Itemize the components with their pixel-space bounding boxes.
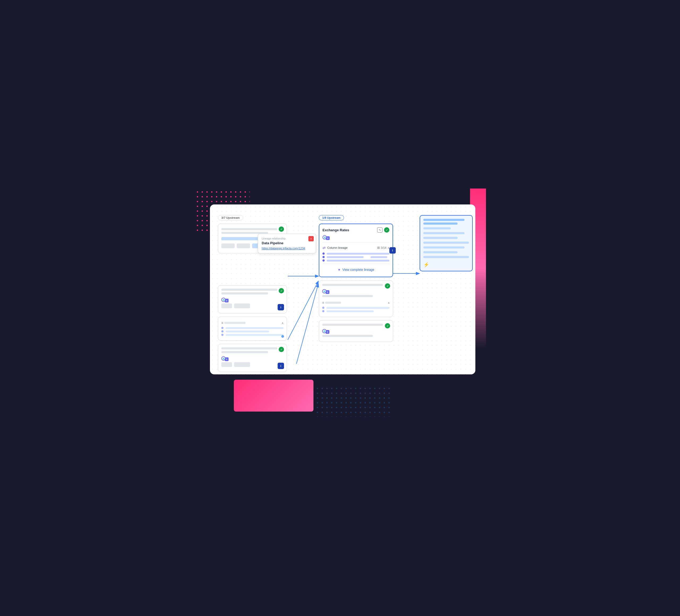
node-card-4: ✓ 🌐 S: [218, 344, 287, 372]
node-card-c2-3: ✓ 🌐 S: [319, 320, 393, 342]
column-2: 1/8 Upstream Exchange Rates ✎ ✓: [319, 215, 393, 345]
check-icon-c2-3: ✓: [385, 323, 390, 329]
col-lineage-icon: ⇄: [322, 246, 326, 250]
svg-rect-3: [317, 388, 391, 417]
globe-s-icon-c2-2: 🌐 S: [322, 289, 330, 294]
card-title: Exchange Rates: [322, 228, 349, 232]
subheader-c2-2: ≡ ∧: [322, 300, 390, 306]
col-lineage-label: ⇄ Column lineage: [322, 246, 347, 250]
col1-upstream-badge: 3/7 Upstream: [218, 215, 243, 220]
dot-grid-bottom-center: [317, 388, 391, 417]
main-card: 3/7 Upstream ✓: [210, 204, 475, 374]
col-lineage-count: ⊞ 3/14 ∧: [377, 246, 389, 250]
edit-icon[interactable]: ✎: [377, 227, 382, 232]
conn-dot-3: [281, 335, 284, 338]
exchange-rates-card: Exchange Rates ✎ ✓ 🌐 S: [319, 224, 393, 277]
info-btn-2[interactable]: i: [278, 304, 284, 310]
info-btn-4[interactable]: i: [278, 363, 284, 369]
node-card-2: ✓ 🌐 S: [218, 285, 287, 313]
expand-col-lineage-btn[interactable]: ∧: [388, 246, 389, 249]
tooltip-close-button[interactable]: ×: [308, 236, 314, 241]
globe-s-icon-er: 🌐 S: [322, 235, 330, 240]
grid-icon: ⊞: [377, 246, 380, 250]
col1-badge-text: 3/7 Upstream: [221, 216, 240, 219]
tooltip-label: Lineage relationship: [262, 237, 312, 240]
col2-upstream-badge: 1/8 Upstream: [319, 215, 344, 220]
check-icon-1: ✓: [279, 226, 284, 232]
info-btn-er[interactable]: i: [389, 247, 396, 254]
check-icon-4: ✓: [279, 347, 284, 352]
lineage-tooltip: × Lineage relationship Data Pipeline htt…: [258, 234, 316, 253]
node-card-c3-1: ⚡: [420, 215, 473, 271]
card-divider: [322, 242, 389, 243]
expand-btn-c2-2[interactable]: ∧: [388, 301, 390, 304]
view-complete-lineage-link[interactable]: ✦ View complete lineage: [322, 266, 389, 274]
tooltip-title: Data Pipeline: [262, 241, 312, 245]
svg-line-5: [288, 281, 318, 340]
tooltip-link[interactable]: https://dataprep.trifacta.com/1234: [262, 247, 312, 250]
check-icon-er: ✓: [384, 227, 389, 232]
columns-wrapper: 3/7 Upstream ✓: [218, 215, 468, 364]
globe-s-icon-2: 🌐 S: [221, 297, 229, 302]
expand-btn-3[interactable]: ∧: [282, 321, 283, 325]
globe-s-icon-4: 🌐 S: [221, 356, 229, 361]
card-header: Exchange Rates ✎ ✓: [322, 227, 389, 232]
card-icons: ✎ ✓: [377, 227, 389, 232]
svg-line-6: [288, 284, 318, 364]
column-1: 3/7 Upstream ✓: [218, 215, 288, 374]
node-card-c2-2: ✓ 🌐 S ≡: [319, 280, 393, 317]
col2-badge-text: 1/8 Upstream: [322, 216, 341, 219]
check-icon-2: ✓: [279, 288, 284, 293]
page-wrapper: 3/7 Upstream ✓: [194, 189, 486, 427]
column-3: ⚡: [420, 215, 475, 275]
pink-gradient-bottom-left: [234, 380, 313, 412]
globe-s-icon-c2-3: 🌐 S: [322, 329, 330, 334]
plug-icon: ⚡: [423, 262, 469, 268]
lineage-sparkle-icon: ✦: [338, 268, 341, 272]
subheader-row-3: ≡ ∧: [221, 320, 283, 326]
check-icon-c2-2: ✓: [385, 283, 390, 289]
col-lineage-row: ⇄ Column lineage ⊞ 3/14 ∧: [322, 245, 389, 251]
node-card-3: ≡ ∧: [218, 316, 287, 341]
